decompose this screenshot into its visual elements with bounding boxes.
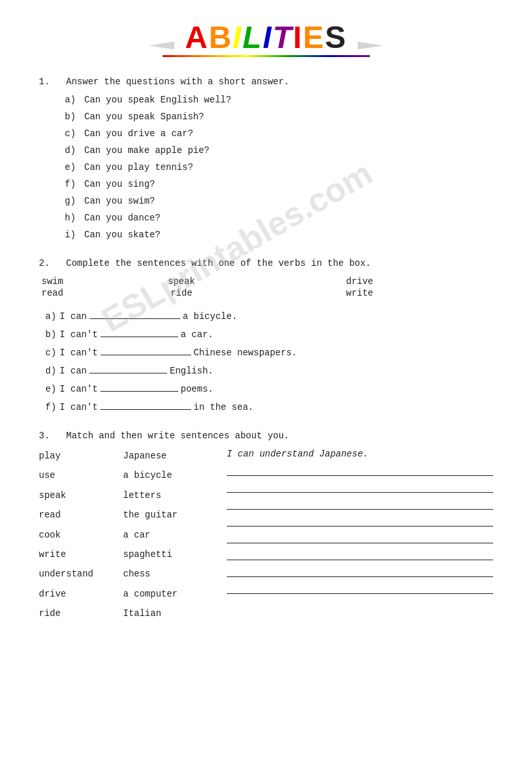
match-col-2: Japanese a bicycle letters the guitar a … <box>123 449 201 626</box>
section-3-number: 3. <box>39 431 50 441</box>
match-item: Japanese <box>123 449 201 463</box>
section-1: 1. Answer the questions with a short ans… <box>39 77 493 240</box>
q-label-d: d) <box>65 145 84 156</box>
match-container: play use speak read cook write understan… <box>39 449 493 626</box>
match-item: a computer <box>123 587 201 601</box>
section-3-instruction: Match and then write sentences about you… <box>66 431 289 441</box>
list-item: a)Can you speak English well? <box>65 95 493 105</box>
q-label-b: b) <box>65 112 84 122</box>
list-item: c)Can you drive a car? <box>65 128 493 139</box>
q-text-e: Can you play tennis? <box>84 162 193 172</box>
fill-label-d: d) <box>45 366 60 376</box>
fill-blank-e[interactable] <box>100 381 178 392</box>
match-lines-col: I can understand Japanese. <box>227 449 493 597</box>
title-wing-left <box>148 41 174 49</box>
match-item: play <box>39 449 104 463</box>
fill-label-a: a) <box>45 311 60 322</box>
list-item: f)Can you sing? <box>65 179 493 189</box>
list-item: f) I can't in the sea. <box>45 399 493 412</box>
match-item: Italian <box>123 606 201 621</box>
q-label-e: e) <box>65 162 84 172</box>
fill-label-c: c) <box>45 348 60 358</box>
match-item: chess <box>123 567 201 581</box>
fill-blank-b[interactable] <box>100 327 178 337</box>
fill-post-a: a bicycle. <box>183 311 237 322</box>
fill-pre-b: I can't <box>60 329 98 340</box>
list-item: h)Can you dance? <box>65 213 493 223</box>
section-3: 3. Match and then write sentences about … <box>39 431 493 626</box>
list-item: b)Can you speak Spanish? <box>65 112 493 122</box>
match-item: understand <box>39 567 104 581</box>
list-item: a) I can a bicycle. <box>45 309 493 322</box>
match-line[interactable] <box>227 563 493 577</box>
list-item: d)Can you make apple pie? <box>65 145 493 156</box>
fill-post-f: in the sea. <box>194 402 253 412</box>
match-item: letters <box>123 488 201 503</box>
section-1-number: 1. <box>39 77 50 87</box>
q-label-i: i) <box>65 230 84 240</box>
verb-ride: ride <box>117 288 246 298</box>
match-item: the guitar <box>123 508 201 522</box>
q-text-g: Can you swim? <box>84 196 155 206</box>
match-item: drive <box>39 587 104 601</box>
fill-label-e: e) <box>45 384 60 394</box>
fill-blank-a[interactable] <box>89 309 180 319</box>
fill-blank-c[interactable] <box>100 345 191 355</box>
match-line[interactable] <box>227 580 493 594</box>
fill-label-f: f) <box>45 402 60 412</box>
title-underline <box>163 55 370 57</box>
match-line[interactable] <box>227 512 493 527</box>
q-text-a: Can you speak English well? <box>84 95 231 105</box>
verb-read: read <box>39 288 117 298</box>
q-label-g: g) <box>65 196 84 206</box>
page-title: ABILITIES <box>39 19 493 57</box>
fill-pre-a: I can <box>60 311 87 322</box>
fill-pre-e: I can't <box>60 384 98 394</box>
fill-blank-f[interactable] <box>100 399 191 410</box>
list-item: d) I can English. <box>45 363 493 376</box>
match-item: use <box>39 468 104 482</box>
verb-drive: drive <box>246 276 376 287</box>
q-text-i: Can you skate? <box>84 230 161 240</box>
section-1-questions: a)Can you speak English well? b)Can you … <box>65 95 493 240</box>
section-2-number: 2. <box>39 258 50 268</box>
fill-sentences: a) I can a bicycle. b) I can't a car. c)… <box>45 309 493 412</box>
q-text-h: Can you dance? <box>84 213 161 223</box>
list-item: g)Can you swim? <box>65 196 493 206</box>
q-label-c: c) <box>65 128 84 139</box>
section-2: 2. Complete the sentences with one of th… <box>39 258 493 412</box>
match-col-1: play use speak read cook write understan… <box>39 449 104 626</box>
match-line[interactable] <box>227 479 493 493</box>
verb-write: write <box>246 288 376 298</box>
fill-post-b: a car. <box>181 329 213 340</box>
section-1-instruction: Answer the questions with a short answer… <box>66 77 289 87</box>
list-item: i)Can you skate? <box>65 230 493 240</box>
match-item: a car <box>123 528 201 542</box>
section-1-title: 1. Answer the questions with a short ans… <box>39 77 493 87</box>
match-item: spaghetti <box>123 547 201 562</box>
q-label-a: a) <box>65 95 84 105</box>
match-item: ride <box>39 606 104 621</box>
fill-post-c: Chinese newspapers. <box>194 348 297 358</box>
match-line[interactable] <box>227 495 493 510</box>
q-label-h: h) <box>65 213 84 223</box>
match-line[interactable] <box>227 529 493 543</box>
section-2-instruction: Complete the sentences with one of the v… <box>66 258 371 268</box>
q-label-f: f) <box>65 179 84 189</box>
fill-post-d: English. <box>170 366 213 376</box>
verb-speak: speak <box>117 276 246 287</box>
match-line[interactable] <box>227 546 493 560</box>
section-3-title: 3. Match and then write sentences about … <box>39 431 493 441</box>
match-line[interactable] <box>227 462 493 476</box>
fill-blank-d[interactable] <box>89 363 167 373</box>
list-item: e) I can't poems. <box>45 381 493 394</box>
q-text-f: Can you sing? <box>84 179 155 189</box>
match-item: read <box>39 508 104 522</box>
fill-pre-c: I can't <box>60 348 98 358</box>
verb-swim: swim <box>39 276 117 287</box>
match-item: a bicycle <box>123 468 201 482</box>
title-wing-right <box>358 41 384 49</box>
list-item: e)Can you play tennis? <box>65 162 493 172</box>
match-item: write <box>39 547 104 562</box>
q-text-b: Can you speak Spanish? <box>84 112 204 122</box>
